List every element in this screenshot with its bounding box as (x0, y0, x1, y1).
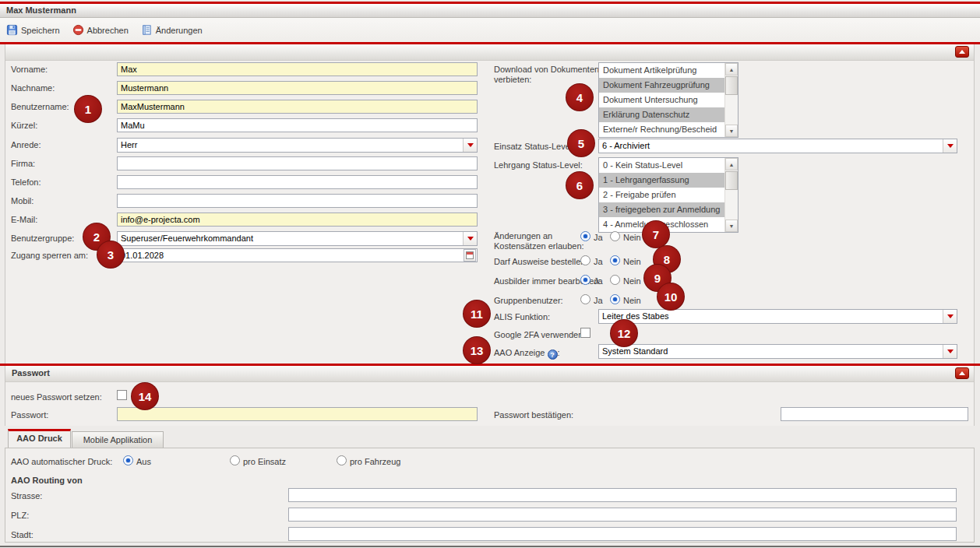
email-input[interactable] (117, 213, 478, 227)
routing-title: AAO Routing von (11, 476, 83, 486)
chevron-down-icon (947, 144, 954, 148)
scroll-up-icon[interactable]: ▲ (725, 63, 738, 76)
chevron-down-icon (467, 143, 474, 147)
collapse-main-button[interactable] (955, 46, 969, 58)
radio-nein-label: Nein (623, 296, 641, 306)
neues-passwort-label: neues Passwort setzen: (11, 392, 102, 402)
stadt-label: Stadt: (11, 530, 33, 540)
auto-druck-radio-pro-fahrzeug[interactable] (337, 455, 347, 465)
stop-icon (72, 24, 84, 36)
kostensaetze-radio-ja[interactable] (580, 231, 590, 241)
aao-anzeige-select[interactable]: System Standard (598, 344, 957, 359)
scroll-down-icon[interactable]: ▼ (725, 125, 738, 137)
passwort-bestaetigen-input[interactable] (781, 407, 968, 421)
tab-aao-druck[interactable]: AAO Druck (8, 429, 71, 448)
strasse-label: Strasse: (11, 491, 42, 501)
dropdown-trigger[interactable] (463, 232, 477, 245)
cancel-button[interactable]: Abbrechen (72, 24, 129, 36)
auto-druck-pro-fahrzeug-label: pro Fahrzeug (350, 457, 400, 467)
auto-druck-radio-pro-einsatz[interactable] (230, 455, 240, 465)
anrede-label: Anrede: (11, 140, 41, 150)
chevron-down-icon (947, 314, 954, 318)
scroll-down-icon[interactable]: ▼ (725, 220, 738, 232)
einsatz-status-select[interactable]: 6 - Archiviert (598, 139, 957, 153)
radio-ja-label: Ja (594, 296, 603, 306)
triangle-up-icon (959, 50, 965, 54)
auto-druck-pro-einsatz-label: pro Einsatz (243, 457, 286, 467)
dropdown-trigger[interactable] (943, 139, 957, 153)
passwort-title: Passwort (12, 368, 50, 378)
page-title: Max Mustermann (0, 4, 980, 18)
strasse-input[interactable] (288, 488, 957, 502)
download-label-line2: verbieten: (494, 75, 531, 85)
kuerzel-input[interactable] (117, 118, 478, 132)
benutzergruppe-select[interactable]: Superuser/Feuerwehrkommandant (117, 231, 478, 246)
triangle-up-icon (959, 371, 965, 375)
scrollbar[interactable]: ▲ ▼ (724, 63, 738, 137)
scroll-up-icon[interactable]: ▲ (725, 158, 738, 170)
help-icon[interactable]: ? (548, 350, 558, 360)
ausweise-radio-ja[interactable] (580, 255, 590, 265)
list-item[interactable]: Externe/r Rechnung/Bescheid (599, 122, 724, 137)
alis-select[interactable]: Leiter des Stabes (598, 309, 957, 324)
dropdown-trigger[interactable] (943, 345, 957, 358)
firma-input[interactable] (117, 156, 478, 170)
divider-passwort (0, 364, 980, 366)
ausbilder-radio-ja[interactable] (580, 275, 590, 285)
auto-druck-radio-aus[interactable] (123, 455, 133, 465)
list-item[interactable]: 0 - Kein Status-Level (599, 158, 724, 173)
annotation-4: 4 (566, 83, 594, 111)
google2fa-label: Google 2FA verwenden: (494, 330, 585, 340)
nachname-input[interactable] (117, 81, 478, 95)
collapse-passwort-button[interactable] (955, 367, 969, 379)
email-label: E-Mail: (11, 215, 37, 225)
radio-ja-label: Ja (594, 276, 603, 286)
list-item[interactable]: Dokument Untersuchung (599, 93, 724, 107)
list-item[interactable]: Dokument Artikelprüfung (599, 63, 724, 78)
passwort-input[interactable] (117, 407, 478, 421)
tab-mobile-applikation[interactable]: Mobile Applikation (72, 431, 164, 448)
list-item[interactable]: Dokument Fahrzeugprüfung (599, 78, 724, 93)
download-listbox[interactable]: Dokument Artikelprüfung Dokument Fahrzeu… (598, 62, 739, 138)
plz-label: PLZ: (11, 511, 29, 521)
ausbilder-radio-nein[interactable] (610, 275, 620, 285)
dropdown-trigger[interactable] (943, 310, 957, 323)
radio-nein-label: Nein (623, 257, 641, 267)
mobil-input[interactable] (117, 194, 478, 208)
telefon-input[interactable] (117, 175, 478, 189)
gruppenbenutzer-radio-nein[interactable] (610, 294, 620, 304)
radio-ja-label: Ja (594, 233, 603, 243)
date-picker-button[interactable] (464, 249, 476, 262)
aao-anzeige-label: AAO Anzeige ?: (494, 348, 560, 360)
zugang-date-input[interactable] (117, 248, 478, 262)
scrollbar-thumb[interactable] (725, 171, 738, 190)
gruppenbenutzer-radio-ja[interactable] (580, 294, 590, 304)
neues-passwort-checkbox[interactable] (117, 390, 127, 400)
anrede-select[interactable]: Herr (117, 138, 478, 153)
lehrgang-status-label: Lehrgang Status-Level: (494, 160, 583, 170)
save-button[interactable]: Speichern (6, 24, 60, 36)
vorname-input[interactable] (117, 62, 478, 76)
ausweise-radio-nein[interactable] (610, 255, 620, 265)
annotation-11: 11 (463, 300, 491, 328)
google2fa-checkbox[interactable] (580, 328, 590, 338)
radio-nein-label: Nein (623, 276, 641, 286)
list-item[interactable]: 1 - Lehrgangerfassung (599, 173, 724, 188)
list-item[interactable]: Erklärung Datenschutz (599, 107, 724, 122)
zugang-label: Zugang sperren am: (11, 251, 88, 261)
scrollbar-thumb[interactable] (725, 76, 738, 95)
dropdown-trigger[interactable] (463, 139, 477, 152)
firma-label: Firma: (11, 159, 35, 169)
benutzergruppe-label: Benutzergruppe: (11, 234, 74, 244)
passwort-panel-header: Passwort (5, 365, 974, 382)
list-item[interactable]: 2 - Freigabe prüfen (599, 188, 724, 202)
changes-button[interactable]: Änderungen (141, 24, 203, 36)
lehrgang-listbox[interactable]: 0 - Kein Status-Level 1 - Lehrgangerfass… (598, 157, 739, 233)
stadt-input[interactable] (288, 527, 957, 541)
plz-input[interactable] (288, 508, 957, 522)
kostensaetze-radio-nein[interactable] (610, 231, 620, 241)
scrollbar[interactable]: ▲ ▼ (724, 158, 738, 232)
auto-druck-label: AAO automatischer Druck: (11, 457, 112, 467)
benutzername-input[interactable] (117, 100, 478, 114)
list-item[interactable]: 3 - freigegeben zur Anmeldung (599, 202, 724, 217)
